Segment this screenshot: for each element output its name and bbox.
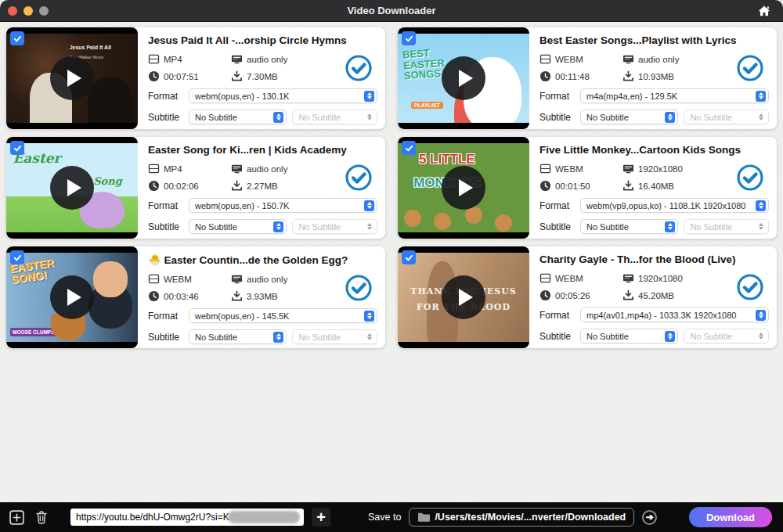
video-thumbnail[interactable]: EASTER SONG! MOOSE CLUMPS — [6, 246, 138, 348]
thumbnail-caption-secondary: PLAYLIST — [411, 102, 443, 109]
checkbox-check-icon — [404, 143, 414, 153]
play-icon[interactable] — [50, 166, 94, 210]
format-select-value: webm(opus,en) - 145.5K — [195, 311, 364, 321]
size-icon — [231, 290, 243, 302]
select-checkbox[interactable] — [10, 141, 24, 155]
format-select[interactable]: webm(opus,en) - 145.5K — [189, 308, 377, 323]
subtitle-select-value: No Subtitle — [586, 222, 665, 232]
video-meta: WEBM audio only 00:11:48 10.93MB — [539, 53, 679, 82]
subtitle-select-value: No Subtitle — [195, 222, 273, 232]
play-icon[interactable] — [442, 166, 485, 210]
save-path-button[interactable]: /Users/test/Movies/...nverter/Downloaded — [409, 508, 634, 527]
video-title: Best Easter Songs...Playlist with Lyrics — [539, 34, 769, 46]
format-select-value: m4a(mp4a,en) - 129.5K — [586, 92, 756, 101]
close-window-button[interactable] — [8, 6, 17, 16]
stepper-icon — [364, 332, 374, 343]
video-card: Easter Song Easter Song for Ki...ren | K… — [6, 137, 385, 239]
select-checkbox[interactable] — [10, 250, 24, 264]
video-card: Jesus Paid It All Ken Walker Music Jesus… — [6, 27, 385, 129]
trash-icon[interactable] — [33, 509, 50, 526]
window-title: Video Downloader — [0, 5, 783, 16]
format-select[interactable]: mp4(av01,mp4a) - 1033.3K 1920x1080 — [580, 307, 769, 322]
subtitle-select[interactable]: No Subtitle — [580, 329, 678, 343]
selected-check-icon[interactable] — [736, 273, 764, 301]
play-icon[interactable] — [50, 275, 94, 319]
stepper-icon — [364, 221, 374, 232]
quality-icon — [622, 163, 634, 174]
select-checkbox[interactable] — [10, 31, 24, 45]
video-card: BEST EASTER SONGS PLAYLIST Best Easter S… — [398, 27, 777, 129]
format-select[interactable]: m4a(mp4a,en) - 129.5K — [580, 88, 769, 103]
select-checkbox[interactable] — [402, 250, 416, 264]
subtitle-select[interactable]: No Subtitle — [189, 219, 287, 234]
size-value: 16.40MB — [638, 182, 674, 191]
video-title: Jesus Paid It All -...orship Circle Hymn… — [148, 34, 377, 46]
download-button[interactable]: Download — [689, 507, 772, 527]
format-select[interactable]: webm(vp9,opus,ko) - 1108.1K 1920x1080 — [580, 198, 769, 213]
format-select-value: webm(opus,en) - 150.7K — [195, 201, 364, 210]
checkbox-check-icon — [13, 253, 23, 263]
add-url-button[interactable]: + — [312, 508, 330, 527]
stepper-icon — [756, 310, 766, 321]
quality-icon — [622, 272, 634, 284]
format-select[interactable]: webm(opus,en) - 130.1K — [189, 88, 377, 103]
stepper-icon — [665, 221, 675, 232]
format-select[interactable]: webm(opus,en) - 150.7K — [189, 198, 377, 213]
play-icon[interactable] — [50, 56, 94, 100]
subtitle-label: Subtitle — [148, 221, 183, 232]
selected-check-icon[interactable] — [736, 54, 764, 82]
video-info: Five Little Monkey...Cartoon Kids Songs … — [529, 137, 777, 239]
stepper-icon — [756, 331, 766, 342]
subtitle-secondary-value: No Subtitle — [690, 113, 756, 122]
zoom-window-button[interactable] — [39, 6, 49, 16]
format-label: Format — [148, 200, 183, 211]
stepper-icon — [364, 112, 374, 123]
quality-value: audio only — [247, 164, 287, 174]
play-icon[interactable] — [442, 56, 485, 100]
stepper-icon — [273, 221, 283, 232]
subtitle-label: Subtitle — [539, 112, 575, 123]
selected-check-icon[interactable] — [736, 164, 764, 192]
traffic-lights — [8, 6, 49, 16]
stepper-icon — [273, 332, 283, 343]
go-arrow-icon[interactable]: ➔ — [642, 510, 657, 525]
format-select-value: webm(vp9,opus,ko) - 1108.1K 1920x1080 — [586, 201, 756, 210]
file-type-value: WEBM — [555, 55, 583, 64]
subtitle-select[interactable]: No Subtitle — [580, 219, 678, 234]
minimize-window-button[interactable] — [23, 6, 33, 16]
stepper-icon — [364, 91, 374, 102]
select-checkbox[interactable] — [402, 141, 416, 155]
video-thumbnail[interactable]: 5 LITTLE MONKEYS — [398, 137, 529, 239]
home-icon[interactable] — [756, 3, 772, 19]
stepper-icon — [756, 112, 766, 123]
video-meta: MP4 audio only 00:02:06 2.27MB — [148, 163, 287, 192]
subtitle-select-value: No Subtitle — [195, 113, 273, 122]
subtitle-select[interactable]: No Subtitle — [580, 110, 678, 124]
subtitle-select[interactable]: No Subtitle — [189, 110, 287, 124]
video-info: Charity Gayle - Th...for the Blood (Live… — [529, 246, 777, 348]
folder-icon — [417, 512, 430, 523]
subtitle-secondary-value: No Subtitle — [298, 113, 364, 122]
file-type-icon — [148, 163, 160, 174]
subtitle-label: Subtitle — [539, 331, 575, 342]
play-icon[interactable] — [442, 275, 485, 319]
stepper-icon — [364, 311, 374, 322]
format-label: Format — [539, 200, 575, 211]
video-meta: MP4 audio only 00:07:51 7.30MB — [148, 53, 287, 82]
selected-check-icon[interactable] — [345, 164, 373, 192]
add-task-icon[interactable] — [8, 509, 25, 526]
select-checkbox[interactable] — [402, 31, 416, 45]
video-title: Five Little Monkey...Cartoon Kids Songs — [539, 144, 769, 156]
video-thumbnail[interactable]: THANK YOU JESUS FOR THE BLOOD — [398, 246, 529, 348]
checkbox-check-icon — [13, 143, 23, 153]
format-label: Format — [539, 91, 575, 102]
video-thumbnail[interactable]: Jesus Paid It All Ken Walker Music — [6, 27, 138, 129]
video-thumbnail[interactable]: BEST EASTER SONGS PLAYLIST — [398, 27, 529, 129]
selected-check-icon[interactable] — [345, 54, 373, 82]
subtitle-select-secondary: No Subtitle — [684, 110, 769, 124]
video-thumbnail[interactable]: Easter Song — [6, 137, 138, 239]
app-window: Video Downloader Jesus Paid It All Ken W… — [0, 0, 783, 532]
size-value: 10.93MB — [638, 72, 674, 81]
selected-check-icon[interactable] — [345, 274, 373, 302]
subtitle-select[interactable]: No Subtitle — [189, 329, 287, 344]
